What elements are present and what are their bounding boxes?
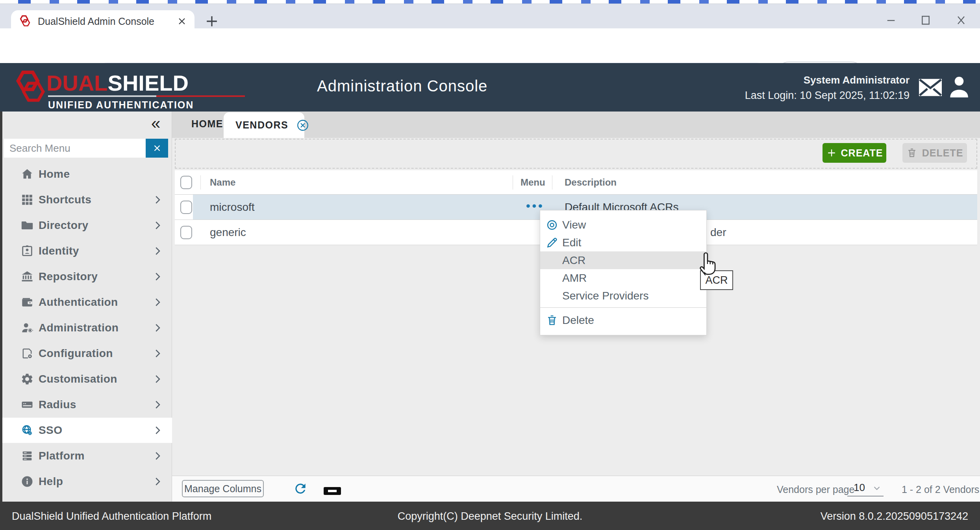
server-icon: [20, 398, 34, 411]
page-title: Administration Console: [317, 77, 487, 95]
screen: DualShield Admin Console: [0, 0, 980, 530]
search-clear-button[interactable]: [146, 139, 168, 158]
row-checkbox[interactable]: [180, 226, 192, 239]
cell-name: generic: [210, 226, 246, 239]
chevron-right-icon: [152, 194, 163, 206]
chevron-right-icon: [152, 296, 163, 308]
window-minimize-icon[interactable]: [883, 14, 899, 27]
sidebar-item-help[interactable]: Help: [2, 469, 172, 494]
chevron-right-icon: [152, 424, 163, 436]
select-all-checkbox[interactable]: [180, 176, 192, 189]
user-block: System Administrator Last Login: 10 Sept…: [745, 74, 910, 102]
window-maximize-icon[interactable]: [918, 14, 934, 27]
chevron-right-icon: [152, 373, 163, 385]
info-icon: [20, 475, 34, 488]
menu-item-acr[interactable]: ACR: [540, 251, 706, 269]
delete-button[interactable]: DELETE: [902, 143, 967, 163]
chevron-right-icon: [152, 245, 163, 257]
logo-divider: [48, 95, 245, 97]
tab-title: DualShield Admin Console: [38, 16, 176, 27]
document-gear-icon: [20, 347, 34, 360]
per-page-select[interactable]: 10: [847, 480, 884, 497]
sidebar-item-repository[interactable]: Repository: [2, 264, 172, 289]
manage-columns-button[interactable]: Manage Columns: [182, 480, 264, 497]
refresh-icon[interactable]: [293, 481, 308, 496]
tab-vendors[interactable]: VENDORS: [224, 112, 304, 138]
status-bar: DualShield Unified Authentication Platfo…: [0, 502, 980, 530]
menu-item-amr[interactable]: AMR: [540, 269, 706, 287]
pencil-icon: [546, 236, 558, 249]
sidebar-item-radius[interactable]: Radius: [2, 392, 172, 417]
sidebar-item-authentication[interactable]: Authentication: [2, 290, 172, 315]
user-name: System Administrator: [745, 74, 910, 86]
tab-home[interactable]: HOME: [191, 118, 223, 130]
pagination-range: 1 - 2 of 2 Vendors: [902, 484, 979, 495]
dualshield-wordmark: DUALSHIELD: [46, 70, 189, 96]
sidebar-item-home[interactable]: Home: [2, 162, 172, 187]
row-checkbox[interactable]: [180, 201, 192, 214]
new-tab-icon[interactable]: [203, 13, 220, 30]
tab-close-icon[interactable]: [176, 16, 187, 27]
background-window-sliver: [0, 0, 980, 4]
gear-icon: [20, 372, 34, 386]
eye-icon: [546, 219, 558, 231]
menu-item-service-providers[interactable]: Service Providers: [540, 287, 706, 305]
server-stack-icon: [20, 449, 34, 463]
id-card-icon: [20, 244, 34, 258]
bank-icon: [20, 270, 34, 283]
column-header-name: Name: [210, 170, 235, 195]
per-page-label: Vendors per page: [777, 484, 854, 495]
account-icon[interactable]: [949, 75, 969, 98]
dualshield-favicon-icon: [18, 15, 31, 28]
dualshield-logo-icon: [11, 69, 49, 106]
window-close-icon[interactable]: [953, 14, 969, 27]
wallet-icon: [20, 296, 34, 309]
mail-icon[interactable]: [919, 79, 942, 96]
folder-icon: [20, 219, 34, 232]
chevron-right-icon: [152, 271, 163, 283]
chevron-right-icon: [152, 476, 163, 487]
column-header-menu: Menu: [521, 170, 545, 195]
table-header: Name Menu Description: [175, 170, 977, 195]
chevron-right-icon: [152, 348, 163, 359]
chevron-right-icon: [152, 322, 163, 334]
sidebar-collapse-icon[interactable]: «: [151, 115, 160, 132]
chevron-right-icon: [152, 450, 163, 462]
sidebar-item-administration[interactable]: Administration: [2, 315, 172, 340]
chevron-right-icon: [152, 399, 163, 411]
sidebar-item-configuration[interactable]: Configuration: [2, 341, 172, 366]
sidebar-item-shortcuts[interactable]: Shortcuts: [2, 187, 172, 212]
menu-item-delete[interactable]: Delete: [540, 311, 706, 329]
globe-gear-icon: [20, 424, 34, 437]
app-header: DUALSHIELD UNIFIED AUTHENTICATION Admini…: [0, 63, 980, 112]
browser-toolbar: demo.la.deepnetid.com:8073/dac/#/SSO/ven…: [0, 28, 980, 63]
sidebar-item-directory[interactable]: Directory: [2, 213, 172, 238]
cell-name: microsoft: [210, 201, 255, 214]
home-icon: [20, 167, 34, 181]
user-gear-icon: [20, 321, 34, 335]
create-button[interactable]: CREATE: [823, 143, 886, 163]
chevron-right-icon: [152, 219, 163, 231]
sidebar-item-platform[interactable]: Platform: [2, 443, 172, 469]
horizontal-scrollbar-thumb[interactable]: [324, 487, 341, 495]
cell-description-fragment: der: [710, 226, 726, 239]
column-header-description: Description: [565, 170, 617, 195]
menu-item-view[interactable]: View: [540, 216, 706, 234]
tab-vendors-close-icon[interactable]: [296, 119, 309, 132]
chevron-down-icon: [872, 483, 882, 493]
sidebar-item-sso[interactable]: SSO: [2, 418, 172, 443]
sidebar-item-customisation[interactable]: Customisation: [2, 366, 172, 392]
trash-icon: [546, 314, 558, 327]
menu-item-edit[interactable]: Edit: [540, 234, 706, 251]
row-context-menu: View Edit ACR AMR Service Providers Dele…: [540, 210, 707, 335]
logo-subtitle: UNIFIED AUTHENTICATION: [48, 99, 194, 111]
sidebar-item-identity[interactable]: Identity: [2, 238, 172, 264]
grid-icon: [20, 193, 34, 206]
browser-tab-bar: DualShield Admin Console: [0, 4, 980, 28]
last-login: Last Login: 10 Sept 2025, 11:02:19: [745, 89, 910, 102]
menu-divider: [540, 307, 706, 308]
status-version: Version 8.0.2.20250905173242: [821, 510, 968, 523]
search-input[interactable]: [4, 139, 146, 158]
hand-cursor: [697, 250, 720, 276]
